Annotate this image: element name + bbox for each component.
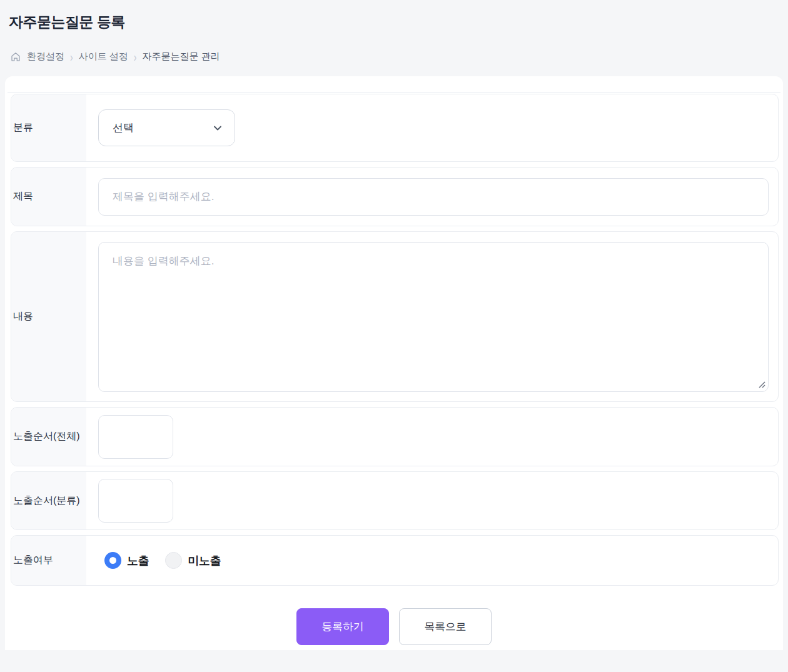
- visibility-label: 노출여부: [11, 536, 86, 585]
- title-label: 제목: [11, 168, 86, 226]
- order-category-label: 노출순서(분류): [11, 472, 86, 529]
- page-header: 자주묻는질문 등록 환경설정 › 사이트 설정 › 자주묻는질문 관리: [0, 0, 788, 63]
- form-row-order-category: 노출순서(분류): [11, 471, 779, 530]
- form-row-content: 내용: [11, 231, 779, 402]
- visibility-option-show[interactable]: 노출: [104, 552, 149, 569]
- breadcrumb: 환경설정 › 사이트 설정 › 자주묻는질문 관리: [10, 51, 779, 63]
- content-label: 내용: [11, 232, 86, 401]
- form-actions: 등록하기 목록으로: [5, 608, 783, 645]
- category-label: 분류: [11, 94, 86, 161]
- form-row-category: 분류 선택: [11, 94, 779, 162]
- order-category-input[interactable]: [98, 479, 173, 523]
- order-all-input[interactable]: [98, 415, 173, 459]
- page-title: 자주묻는질문 등록: [9, 13, 779, 32]
- resize-handle-icon[interactable]: [757, 380, 765, 388]
- breadcrumb-item-faq-management[interactable]: 자주묻는질문 관리: [143, 51, 220, 63]
- category-select[interactable]: 선택: [98, 109, 235, 146]
- submit-button[interactable]: 등록하기: [296, 608, 389, 645]
- form-row-order-all: 노출순서(전체): [11, 407, 779, 466]
- content-textarea[interactable]: [98, 242, 769, 392]
- visibility-radio-hide[interactable]: [165, 552, 182, 569]
- form-row-visibility: 노출여부 노출 미노출: [11, 535, 779, 586]
- visibility-hide-label[interactable]: 미노출: [188, 553, 221, 568]
- visibility-radio-show[interactable]: [104, 552, 121, 569]
- chevron-right-icon: ›: [134, 49, 137, 63]
- faq-form-card: 분류 선택 제목: [5, 76, 783, 650]
- title-input[interactable]: [98, 178, 769, 216]
- back-to-list-button[interactable]: 목록으로: [399, 608, 492, 645]
- breadcrumb-item-site-settings[interactable]: 사이트 설정: [79, 51, 128, 63]
- form-row-title: 제목: [11, 167, 779, 226]
- chevron-right-icon: ›: [70, 49, 73, 63]
- card-top-divider: [8, 76, 780, 93]
- visibility-radio-group: 노출 미노출: [98, 552, 221, 569]
- visibility-option-hide[interactable]: 미노출: [165, 552, 221, 569]
- order-all-label: 노출순서(전체): [11, 408, 86, 466]
- breadcrumb-item-settings[interactable]: 환경설정: [27, 51, 64, 63]
- visibility-show-label[interactable]: 노출: [127, 553, 149, 568]
- home-icon[interactable]: [10, 51, 21, 63]
